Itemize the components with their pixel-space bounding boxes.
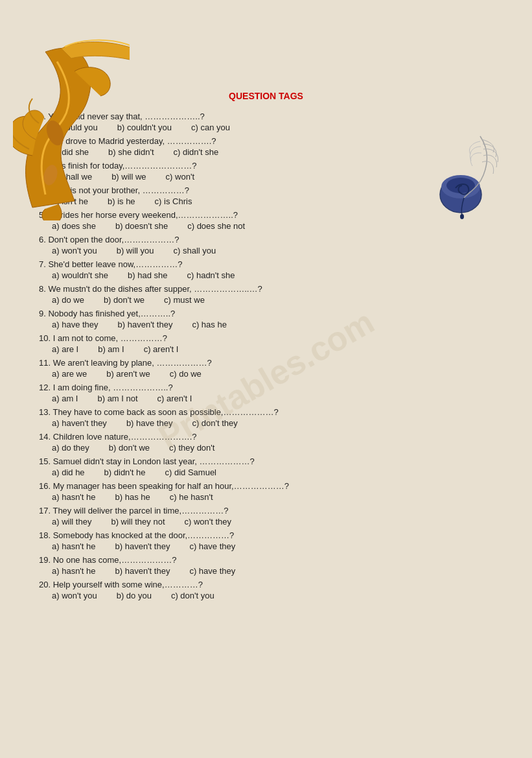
option-b: b) couldn't you	[117, 123, 172, 132]
option-a: a) will they	[52, 517, 91, 527]
option-b: b) haven't they	[115, 541, 170, 551]
options-row: a) isn't heb) is hec) is Chris	[39, 196, 493, 206]
question-item: 17. They will deliver the parcel in time…	[39, 506, 493, 527]
option-b: b) will we	[111, 172, 146, 182]
option-c: c) do we	[170, 369, 202, 379]
question-text: 14. Children love nature,………………….?	[39, 432, 493, 442]
option-a: a) are I	[52, 344, 78, 354]
question-text: 19. No one has come,………………?	[39, 555, 493, 565]
question-item: 18. Somebody has knocked at the door,…………	[39, 530, 493, 551]
option-b: b) have they	[126, 418, 173, 428]
question-text: 9. Nobody has finished yet,………..?	[39, 309, 493, 318]
question-text: 18. Somebody has knocked at the door,…………	[39, 530, 493, 540]
question-item: 8. We mustn't do the dishes after supper…	[39, 284, 493, 305]
question-text: 10. I am not to come, ……………?	[39, 333, 493, 343]
question-text: 13. They have to come back as soon as po…	[39, 407, 493, 417]
option-a: a) do they	[52, 443, 89, 453]
option-b: b) will you	[117, 246, 154, 255]
option-b: b) am I not	[97, 394, 137, 403]
question-item: 7. She'd better leave now,……………?a) would…	[39, 259, 493, 280]
question-text: 5. Jill rides her horse every weekend,………	[39, 210, 493, 220]
option-c: c) shall you	[173, 246, 216, 255]
page: Printables.com QUESTION TAGS 1. You coul…	[0, 0, 532, 758]
option-a: a) isn't he	[52, 196, 88, 206]
option-b: b) she didn't	[108, 147, 154, 157]
options-row: a) did heb) didn't hec) did Samuel	[39, 468, 493, 477]
question-text: 3. Let's finish for today,……………………?	[39, 161, 493, 171]
option-b: b) doesn't she	[115, 221, 168, 231]
option-c: c) he hasn't	[170, 492, 213, 502]
question-item: 12. I am doing fine, ………………..?a) am Ib) …	[39, 383, 493, 403]
option-c: c) don't you	[171, 591, 214, 600]
option-a: a) does she	[52, 221, 96, 231]
question-text: 6. Don't open the door,………………?	[39, 235, 493, 244]
question-item: 9. Nobody has finished yet,………..?a) have…	[39, 309, 493, 329]
question-item: 6. Don't open the door,………………?a) won't y…	[39, 235, 493, 255]
question-text: 4. Chris is not your brother, ……………?	[39, 185, 493, 195]
option-a: a) am I	[52, 394, 78, 403]
options-row: a) does sheb) doesn't shec) does she not	[39, 221, 493, 231]
options-row: a) hasn't heb) haven't theyc) have they	[39, 566, 493, 576]
question-item: 10. I am not to come, ……………?a) are Ib) a…	[39, 333, 493, 354]
question-text: 1. You could never say that, ………………..?	[39, 112, 493, 121]
question-item: 19. No one has come,………………?a) hasn't heb…	[39, 555, 493, 576]
options-row: a) hasn't heb) has hec) he hasn't	[39, 492, 493, 502]
question-item: 3. Let's finish for today,……………………?a) sh…	[39, 161, 493, 182]
option-a: a) did he	[52, 468, 85, 477]
option-a: a) won't you	[52, 591, 97, 600]
question-text: 16. My manager has been speaking for hal…	[39, 481, 493, 491]
questions-list: 1. You could never say that, ………………..?a)…	[39, 112, 493, 600]
question-item: 11. We aren't leaving by plane, ………………?a…	[39, 358, 493, 379]
option-b: b) will they not	[111, 517, 165, 527]
options-row: a) have theyb) haven't theyc) has he	[39, 320, 493, 329]
question-item: 15. Samuel didn't stay in London last ye…	[39, 456, 493, 477]
question-item: 16. My manager has been speaking for hal…	[39, 481, 493, 502]
options-row: a) did sheb) she didn'tc) didn't she	[39, 147, 493, 157]
options-row: a) won't youb) do youc) don't you	[39, 591, 493, 600]
question-text: 15. Samuel didn't stay in London last ye…	[39, 456, 493, 466]
option-b: b) has he	[115, 492, 150, 502]
option-c: c) didn't she	[174, 147, 219, 157]
option-a: a) won't you	[52, 246, 97, 255]
options-row: a) won't youb) will youc) shall you	[39, 246, 493, 255]
option-c: c) have they	[189, 566, 235, 576]
options-row: a) do theyb) don't wec) they don't	[39, 443, 493, 453]
question-item: 13. They have to come back as soon as po…	[39, 407, 493, 428]
option-a: a) hasn't he	[52, 541, 96, 551]
question-item: 5. Jill rides her horse every weekend,………	[39, 210, 493, 231]
option-c: c) aren't I	[144, 344, 179, 354]
option-b: b) aren't we	[106, 369, 150, 379]
option-b: b) am I	[98, 344, 124, 354]
options-row: a) am Ib) am I notc) aren't I	[39, 394, 493, 403]
option-a: a) haven't they	[52, 418, 107, 428]
option-c: c) does she not	[187, 221, 245, 231]
question-text: 2. She drove to Madrid yesterday, …………….…	[39, 136, 493, 146]
option-c: c) they don't	[169, 443, 214, 453]
option-a: a) shall we	[52, 172, 92, 182]
options-row: a) wouldn't sheb) had shec) hadn't she	[39, 270, 493, 280]
option-c: c) must we	[164, 295, 205, 305]
question-text: 20. Help yourself with some wine,…………?	[39, 580, 493, 589]
option-c: c) don't they	[192, 418, 237, 428]
options-row: a) do web) don't wec) must we	[39, 295, 493, 305]
option-b: b) haven't they	[115, 566, 170, 576]
option-b: b) don't we	[109, 443, 150, 453]
question-item: 20. Help yourself with some wine,…………?a)…	[39, 580, 493, 600]
option-a: a) wouldn't she	[52, 270, 108, 280]
page-title: QUESTION TAGS	[39, 91, 493, 101]
option-c: c) hadn't she	[187, 270, 235, 280]
option-a: a) are we	[52, 369, 87, 379]
option-c: c) won't	[166, 172, 194, 182]
option-a: a) did she	[52, 147, 89, 157]
option-a: a) hasn't he	[52, 492, 96, 502]
option-b: b) had she	[128, 270, 167, 280]
question-text: 17. They will deliver the parcel in time…	[39, 506, 493, 515]
question-item: 2. She drove to Madrid yesterday, …………….…	[39, 136, 493, 157]
option-c: c) is Chris	[155, 196, 192, 206]
options-row: a) hasn't heb) haven't theyc) have they	[39, 541, 493, 551]
question-text: 8. We mustn't do the dishes after supper…	[39, 284, 493, 294]
question-item: 4. Chris is not your brother, ……………?a) i…	[39, 185, 493, 206]
options-row: a) are Ib) am Ic) aren't I	[39, 344, 493, 354]
question-item: 14. Children love nature,………………….?a) do …	[39, 432, 493, 453]
option-a: a) have they	[52, 320, 98, 329]
